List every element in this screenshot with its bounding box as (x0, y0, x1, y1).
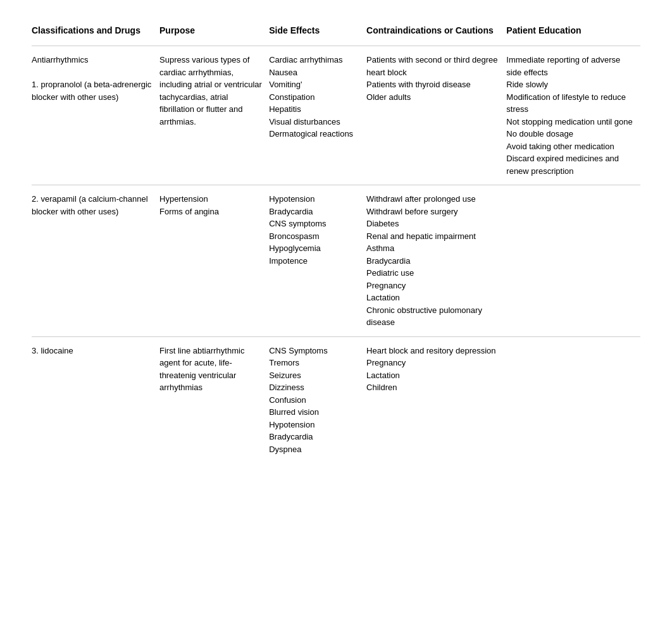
cell-classification-0: Antiarrhythmics 1. propranolol (a beta-a… (32, 46, 159, 185)
cell-purpose-1: Hypertension Forms of angina (159, 185, 269, 337)
cell-content-classification-0: Antiarrhythmics 1. propranolol (a beta-a… (32, 54, 154, 103)
cell-content-classification-2: 3. lidocaine (32, 345, 154, 357)
cell-purpose-2: First line abtiarrhythmic agent for acut… (159, 336, 269, 463)
header-purpose: Purpose (159, 25, 269, 46)
cell-contraindications-0: Patients with second or third degree hea… (366, 46, 506, 185)
cell-side_effects-1: Hypotension Bradycardia CNS symptoms Bro… (269, 185, 366, 337)
cell-content-side_effects-2: CNS Symptoms Tremors Seizures Dizziness … (269, 345, 361, 456)
cell-content-purpose-0: Supress various types of cardiac arrhyth… (159, 54, 264, 128)
cell-content-patient_education-0: Immediate reporting of adverse side effe… (506, 54, 635, 177)
header-side-effects: Side Effects (269, 25, 366, 46)
cell-content-contraindications-0: Patients with second or third degree hea… (366, 54, 501, 103)
table-row: 2. verapamil (a calcium-channel blocker … (32, 185, 640, 337)
cell-patient_education-1 (506, 185, 640, 337)
cell-side_effects-2: CNS Symptoms Tremors Seizures Dizziness … (269, 336, 366, 463)
header-patient-education: Patient Education (506, 25, 640, 46)
cell-content-contraindications-2: Heart block and resitory depression Preg… (366, 345, 501, 394)
cell-content-side_effects-1: Hypotension Bradycardia CNS symptoms Bro… (269, 193, 361, 267)
cell-content-side_effects-0: Cardiac arrhythimas Nausea Vomiting' Con… (269, 54, 361, 140)
cell-classification-1: 2. verapamil (a calcium-channel blocker … (32, 185, 159, 337)
cell-content-classification-1: 2. verapamil (a calcium-channel blocker … (32, 193, 154, 218)
header-classifications: Classifications and Drugs (32, 25, 159, 46)
cell-side_effects-0: Cardiac arrhythimas Nausea Vomiting' Con… (269, 46, 366, 185)
cell-patient_education-2 (506, 336, 640, 463)
cell-content-contraindications-1: Withdrawl after prolonged use Withdrawl … (366, 193, 501, 329)
cell-patient_education-0: Immediate reporting of adverse side effe… (506, 46, 640, 185)
table-row: 3. lidocaineFirst line abtiarrhythmic ag… (32, 336, 640, 463)
cell-contraindications-2: Heart block and resitory depression Preg… (366, 336, 506, 463)
table-row: Antiarrhythmics 1. propranolol (a beta-a… (32, 46, 640, 185)
header-contraindications: Contraindications or Cautions (366, 25, 506, 46)
cell-content-purpose-2: First line abtiarrhythmic agent for acut… (159, 345, 264, 394)
cell-content-purpose-1: Hypertension Forms of angina (159, 193, 264, 218)
cell-classification-2: 3. lidocaine (32, 336, 159, 463)
cell-purpose-0: Supress various types of cardiac arrhyth… (159, 46, 269, 185)
cell-contraindications-1: Withdrawl after prolonged use Withdrawl … (366, 185, 506, 337)
